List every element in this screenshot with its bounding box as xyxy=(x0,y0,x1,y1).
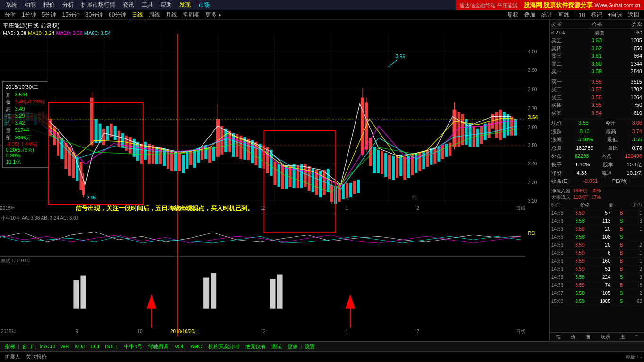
btn-fuquan[interactable]: 复权 xyxy=(504,11,521,19)
svg-text:2: 2 xyxy=(416,206,419,211)
svg-rect-72 xyxy=(193,151,196,168)
menu-system[interactable]: 系统 xyxy=(2,1,21,9)
menu-market[interactable]: 市场 xyxy=(195,1,213,9)
svg-text:2.95: 2.95 xyxy=(86,195,96,200)
tb-monthly[interactable]: 月线 xyxy=(163,11,180,19)
list-item: 14:56 3.59 51 B 2 xyxy=(550,266,644,274)
tooltip-open: 开3.544 xyxy=(6,92,45,99)
menu-news[interactable]: 资讯 xyxy=(119,1,138,9)
btn-diejia[interactable]: 叠加 xyxy=(521,11,538,19)
tb-5min[interactable]: 5分钟 xyxy=(39,11,59,19)
center-ticker: 通达信金融终端 平庄能源 xyxy=(459,2,518,9)
svg-rect-76 xyxy=(208,147,211,163)
bt-expand[interactable]: 扩展人 xyxy=(2,353,23,361)
icon-menu[interactable]: ≡ xyxy=(635,334,638,340)
tooltip-ind3: 0.90% xyxy=(6,153,45,158)
svg-rect-113 xyxy=(342,184,345,199)
icon-detail[interactable]: 细 xyxy=(585,334,590,340)
ind-macd[interactable]: MACD xyxy=(37,344,58,349)
ind-kdj[interactable]: KDJ xyxy=(72,344,87,349)
svg-rect-193 xyxy=(73,280,79,309)
tb-multi[interactable]: 多周期 xyxy=(180,11,203,19)
ma10-label: MA10: 3.24 xyxy=(28,30,54,36)
ma20-label: MA20: 3.38 xyxy=(56,30,83,36)
icon-contact[interactable]: 联系 xyxy=(601,334,610,340)
svg-marker-199 xyxy=(147,294,156,309)
svg-rect-158 xyxy=(503,112,506,138)
btn-stats[interactable]: 统计 xyxy=(538,11,555,19)
ind-inst[interactable]: 机构买卖分时 xyxy=(205,343,242,350)
icon-main[interactable]: 主 xyxy=(620,334,625,340)
ind-niuniu8[interactable]: 牛牛8号 xyxy=(121,343,145,350)
ob-buy-5: 买五 3.54 610 xyxy=(551,109,642,117)
btn-watch[interactable]: +自选 xyxy=(605,11,625,19)
svg-text:3.80: 3.80 xyxy=(528,87,537,92)
svg-text:9: 9 xyxy=(76,329,78,334)
svg-rect-36 xyxy=(64,143,67,169)
menu-quote[interactable]: 报价 xyxy=(40,1,59,9)
btn-f10[interactable]: F10 xyxy=(572,12,588,18)
ma5-label: MA5: 3.38 xyxy=(3,30,26,36)
svg-line-163 xyxy=(388,60,398,67)
svg-rect-139 xyxy=(433,147,436,164)
net-flow: 净流入额 -1996万 -30% 大宗流入 -1104万 -17% xyxy=(550,187,644,201)
ind-vol[interactable]: VOL xyxy=(171,344,187,349)
tooltip-ind2: 0.20(5.76%) xyxy=(6,147,45,153)
ind-more[interactable]: 更多 xyxy=(285,343,301,350)
tb-more[interactable]: 更多 ▸ xyxy=(203,11,224,19)
ind-boll[interactable]: BOLL xyxy=(102,344,121,349)
menu-help[interactable]: 帮助 xyxy=(157,1,176,9)
icon-price[interactable]: 价 xyxy=(571,334,576,340)
svg-rect-149 xyxy=(469,124,472,147)
ob-sell-4: 卖四 3.62 850 xyxy=(551,44,642,52)
ind-wr[interactable]: WR xyxy=(58,344,72,349)
svg-marker-201 xyxy=(346,294,355,309)
svg-rect-136 xyxy=(422,151,425,169)
ob-sell-5: 卖五 3.63 1305 xyxy=(551,36,642,44)
ind-window[interactable]: 窗口 xyxy=(19,343,35,350)
svg-rect-71 xyxy=(189,150,192,165)
svg-rect-153 xyxy=(484,124,487,140)
svg-text:额: 额 xyxy=(412,195,417,200)
ind-settings[interactable]: 设置 xyxy=(302,343,318,350)
tb-fenshi[interactable]: 分时 xyxy=(2,11,19,19)
svg-rect-157 xyxy=(499,110,502,140)
svg-rect-196 xyxy=(211,273,216,309)
svg-rect-95 xyxy=(278,164,280,187)
bt-related[interactable]: 关联报价 xyxy=(23,353,50,361)
tb-weekly[interactable]: 周线 xyxy=(146,11,163,19)
btn-back[interactable]: 返回 xyxy=(625,11,642,19)
btn-mark[interactable]: 标记 xyxy=(588,11,605,19)
tooltip-close: 收3.46(-0.29%) xyxy=(6,99,45,106)
ob-buy-1: 买一 3.58 3515 xyxy=(551,78,642,86)
svg-rect-127 xyxy=(388,155,391,179)
menu-analysis[interactable]: 分析 xyxy=(59,1,77,9)
tb-15min[interactable]: 15分钟 xyxy=(59,11,82,19)
ind-back[interactable]: 背驰回调 xyxy=(145,343,171,350)
svg-rect-51 xyxy=(114,126,117,140)
menu-extend[interactable]: 扩展市场行情 xyxy=(77,1,119,9)
tb-daily[interactable]: 日线 xyxy=(129,11,146,19)
ob-buy-3: 买三 3.56 1364 xyxy=(551,94,642,102)
svg-rect-65 xyxy=(167,150,169,169)
menu-discover[interactable]: 发现 xyxy=(176,1,195,9)
ma-lines: MA5: 3.38 MA10: 3.24 MA20: 3.38 MA60: 3.… xyxy=(3,30,110,37)
ind-amo[interactable]: AMO xyxy=(187,344,205,349)
menu-tools[interactable]: 工具 xyxy=(138,1,157,9)
ind-cci[interactable]: CCI xyxy=(87,344,102,349)
ind-tab[interactable]: 指标 xyxy=(2,343,18,350)
ma60-label: MA60: 3.54 xyxy=(84,30,110,36)
svg-rect-46 xyxy=(95,119,98,143)
icon-pen[interactable]: 笔 xyxy=(556,334,560,340)
tb-30min[interactable]: 30分钟 xyxy=(83,11,106,19)
ind-rare[interactable]: 绝无仅有 xyxy=(242,343,269,350)
tb-1min[interactable]: 1分钟 xyxy=(19,11,39,19)
tb-60min[interactable]: 60分钟 xyxy=(106,11,129,19)
time-bar: 分时 1分钟 5分钟 15分钟 30分钟 60分钟 日线 周线 月线 多周期 更… xyxy=(0,10,644,20)
ind-test[interactable]: 测试 xyxy=(269,343,285,350)
menu-function[interactable]: 功能 xyxy=(21,1,40,9)
list-item: 14:56 3.58 113 S 3 xyxy=(550,217,644,225)
pi-volume: 总量 182789 量比 0.78 xyxy=(551,144,642,153)
svg-text:2018年: 2018年 xyxy=(1,329,16,334)
btn-draw[interactable]: 画线 xyxy=(555,11,572,19)
